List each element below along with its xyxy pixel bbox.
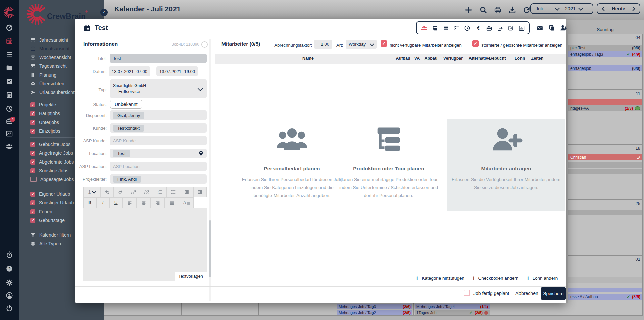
show-cancelled-checkbox[interactable] [472,40,479,47]
projektleiter-tag[interactable]: Fink, Andi [113,176,141,183]
today-button[interactable]: Heute [612,6,625,11]
bold-button[interactable]: B [83,197,96,208]
kunde-tag[interactable]: Testkontakt [113,125,144,132]
col-alternative[interactable]: Alternative [469,56,491,61]
copy-icon[interactable] [548,25,555,31]
download-icon[interactable] [508,6,516,14]
job-id-indicator[interactable] [201,41,208,48]
align-justify-button[interactable] [165,197,179,208]
calendar-cell-week2[interactable] [568,90,643,144]
asp-kunde-input[interactable]: ASP Kunde [110,136,207,145]
checkbox[interactable] [30,218,35,223]
help-icon[interactable] [6,265,13,272]
filter-geburtstage[interactable]: Geburtstage [30,217,65,224]
col-lohn[interactable]: Lohn [515,56,525,61]
statistics-icon[interactable] [6,130,13,137]
bullet-list-button[interactable] [166,187,180,197]
checkbox[interactable] [30,192,35,197]
add-icon[interactable] [464,6,473,14]
calendar-entry[interactable]: Mehrtages-Job / Tag3(2/6) [337,304,412,309]
calendar-entry[interactable]: Mehrtages-Job / Tag2(2/5) [337,310,412,315]
align-center-button[interactable] [137,197,151,208]
report-tab-icon[interactable] [518,25,525,31]
calendar-entry-empty[interactable] [568,210,642,215]
next-icon[interactable] [631,6,636,12]
ordered-list-button[interactable] [153,187,166,197]
col-verfuegbar[interactable]: Verfügbar [443,56,463,61]
form-scrollbar-track[interactable] [209,39,211,301]
asp-location-input[interactable]: ASP Location [110,162,207,171]
month-select[interactable]: Juli [531,6,543,11]
sidebar-collapse-button[interactable]: ‹ [100,9,108,16]
sidebar-item-uebersichten[interactable]: Übersichten [30,80,64,87]
filter-projekte[interactable]: Projekte [30,101,56,108]
cancel-button[interactable]: Abbrechen [515,291,538,296]
col-aufbau[interactable]: Aufbau [396,56,410,61]
projektleiter-input[interactable]: Fink, Andi [110,174,207,184]
filter-einzeljobs[interactable]: Einzeljobs [30,127,60,135]
account-icon[interactable] [6,292,13,299]
print-icon[interactable] [494,6,502,14]
align-left-button[interactable] [122,197,137,208]
location-input[interactable]: Test [110,149,207,158]
calendar-nav-icon[interactable] [6,37,13,45]
disponent-input[interactable]: Graf, Jenny [110,110,207,120]
calendar-entry-empty[interactable] [568,169,642,174]
typ-select[interactable]: Smartlights GmbH Fullservice [110,79,207,98]
filter-angefragte-jobs[interactable]: Angefragte Jobs [30,149,73,157]
calendar-cell[interactable] [491,303,568,316]
kunde-input[interactable]: Testkontakt [110,123,207,133]
filter-gebuchte-jobs[interactable]: Gebuchte Jobs [30,141,70,148]
filter-abgesagte-jobs[interactable]: Abgesagte Jobs [30,176,74,183]
calendar-entry-empty[interactable] [568,288,642,292]
filter-ferien[interactable]: Ferien [30,208,52,215]
undo-button[interactable] [101,187,114,197]
sidebar-item-monatsansicht[interactable]: Monatsansicht [30,45,69,52]
end-datetime-input[interactable]: 13.07.202119:00 [156,66,198,76]
checkbox[interactable] [30,151,35,156]
notes-textarea[interactable] [83,208,207,281]
map-pin-icon[interactable] [198,150,204,156]
filter-eigener-urlaub[interactable]: Eigener Urlaub [30,190,70,198]
calendar-entry[interactable]: 1Tages-Job✓(2/5) [415,310,490,315]
checkbox[interactable] [30,111,35,116]
settings-gear-icon[interactable] [6,279,13,286]
sidebar-item-kalender-filtern[interactable]: Kalender filtern [30,231,71,239]
card-produktion-tour[interactable]: Produktion oder Tour planen Planen Sie e… [335,119,442,211]
dashboard-icon[interactable] [6,24,13,31]
checkbox[interactable] [30,129,35,134]
job-done-checkbox[interactable] [464,290,470,296]
indent-button[interactable] [193,187,207,197]
calendar-cell-week1[interactable] [568,34,643,90]
unlink-button[interactable] [140,187,153,197]
factor-input[interactable]: 1,00 [314,40,332,49]
prev-icon[interactable] [601,6,606,12]
change-checkboxes-link[interactable]: +Checkboxen ändern [472,275,518,281]
checkbox[interactable] [30,200,35,205]
font-color-button[interactable]: A [179,197,194,208]
calendar-cell[interactable] [258,303,336,316]
form-scrollbar-thumb[interactable] [209,220,211,277]
times-tab-icon[interactable] [464,25,470,31]
checklist-tab-icon[interactable] [453,25,460,31]
checkbox[interactable] [30,168,35,173]
export-tab-icon[interactable] [497,25,503,31]
calendar-entry[interactable]: ehrtagesjob / Tag3✓(4/9) [568,51,642,57]
clipboard-icon[interactable] [6,91,13,98]
font-size-select[interactable]: 1 [83,187,101,197]
textvorlagen-link[interactable]: Textvorlagen [175,272,207,281]
calendar-entry-empty[interactable] [568,99,642,105]
structure-tab-icon[interactable] [432,25,438,31]
calendar-cell[interactable] [181,303,259,316]
disponent-tag[interactable]: Graf, Jenny [113,112,144,119]
checkbox[interactable] [30,142,35,147]
calendar-cell[interactable] [104,303,182,316]
col-gebucht[interactable]: Gebucht [489,56,506,61]
checkbox[interactable] [30,177,37,182]
status-button[interactable]: Unbekannt [110,100,142,109]
crewbrain-logo-icon[interactable] [4,7,15,18]
card-personalbedarf[interactable]: Personalbedarf planen Erfassen Sie Ihren… [238,119,346,211]
save-button[interactable]: Speichern [541,287,566,300]
projects-folder-icon[interactable] [6,64,13,72]
calendar-entry[interactable]: esse A / Aufbau✓(3/6) [568,294,642,300]
